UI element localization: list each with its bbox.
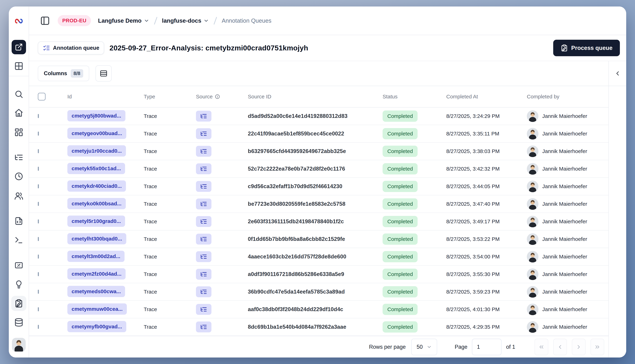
source-id: 22c41f09acae5b1ef859bcec45ce0022 (248, 130, 383, 137)
row-checkbox[interactable] (38, 325, 39, 329)
completed-at: 8/27/2025, 3:59:23 PM (446, 289, 527, 295)
breadcrumb-current: Annotation Queues (222, 18, 271, 24)
completed-by-avatar (527, 163, 538, 174)
header-source-id[interactable]: Source ID (248, 94, 383, 100)
row-checkbox[interactable] (38, 220, 39, 224)
sidebar-item-tables[interactable] (14, 62, 23, 70)
trace-tree-icon (200, 288, 207, 295)
sidebar-item-annotation-queues[interactable] (11, 296, 26, 311)
row-checkbox[interactable] (38, 307, 39, 311)
previous-page-button[interactable] (553, 339, 567, 355)
table-row[interactable]: cmetymmuw00cea... Trace aaf0c38db0f3f204… (29, 301, 608, 318)
dashboard-icon (14, 128, 23, 137)
sidebar-item-sessions[interactable] (14, 172, 23, 181)
item-id-link[interactable]: cmetymmuw00cea... (67, 304, 127, 315)
row-checkbox[interactable] (38, 237, 39, 241)
search-icon (14, 90, 23, 99)
status-badge: Completed (383, 321, 417, 332)
collapse-panel-button[interactable] (614, 70, 621, 77)
table-row[interactable]: cmetygeov00buad... Trace 22c41f09acae5b1… (29, 125, 608, 143)
item-id-link[interactable]: cmetymeds00cwa... (67, 286, 125, 297)
item-type: Trace (144, 113, 196, 119)
header-type[interactable]: Type (144, 94, 196, 100)
row-checkbox[interactable] (38, 272, 39, 276)
header-source[interactable]: Source (196, 94, 248, 100)
completed-at: 8/27/2025, 3:42:32 PM (446, 166, 527, 172)
row-checkbox[interactable] (38, 184, 39, 188)
status-badge: Completed (383, 163, 417, 174)
header-status[interactable]: Status (383, 94, 446, 100)
table-grid-icon (14, 62, 23, 70)
langfuse-logo-icon (14, 18, 24, 24)
first-page-button[interactable] (535, 339, 548, 355)
sidebar-item-playground[interactable] (14, 236, 23, 245)
select-all-checkbox[interactable] (38, 93, 46, 100)
completed-at: 8/27/2025, 3:44:05 PM (446, 184, 527, 190)
completed-by-name: Jannik Maierhoefer (542, 131, 587, 137)
sidebar-item-evaluators[interactable] (14, 261, 23, 270)
table-row[interactable]: cmetym2fz00d4ad... Trace a0df3f901167218… (29, 266, 608, 283)
table-row[interactable]: cmetylht300bqad0... Trace 0f1dd65b7bb9bf… (29, 230, 608, 248)
table-row[interactable]: cmetyl5r100grad0... Trace 2e603f31361115… (29, 213, 608, 230)
item-id-link[interactable]: cmetygeov00buad... (67, 128, 126, 139)
row-height-button[interactable] (96, 65, 112, 82)
org-name: Langfuse Demo (98, 18, 142, 24)
sidebar-item-tracing[interactable] (14, 153, 23, 162)
item-id-link[interactable]: cmetyju1r00ccad0... (67, 145, 126, 156)
columns-button[interactable]: Columns 8/8 (38, 66, 89, 81)
rows-per-page-select[interactable]: 50 (411, 339, 437, 355)
sidebar-item-dashboards[interactable] (14, 128, 23, 137)
table-row[interactable]: cmetymeds00cwa... Trace 36b90cdfc47e5da1… (29, 283, 608, 301)
trace-tree-icon (200, 218, 207, 225)
titlebar: Annotation queue 2025-09-27_Error-Analys… (29, 35, 626, 61)
table-header-row: Id Type Source Source ID Status Complete… (29, 86, 608, 108)
completed-by: Jannik Maierhoefer (527, 233, 608, 245)
item-id-link[interactable]: cmetyl5r100grad0... (67, 216, 125, 227)
table-row[interactable]: cmetyk55x00c1ad... Trace 52c72c2222ea78e… (29, 160, 608, 178)
completed-by-name: Jannik Maierhoefer (542, 148, 587, 154)
breadcrumb-project[interactable]: langfuse-docs (162, 18, 209, 24)
row-checkbox[interactable] (38, 290, 39, 294)
completed-by-name: Jannik Maierhoefer (542, 184, 587, 190)
completed-by-name: Jannik Maierhoefer (542, 324, 587, 330)
user-avatar[interactable] (12, 338, 26, 352)
row-checkbox[interactable] (38, 167, 39, 171)
sidebar-item-open-external[interactable] (12, 40, 26, 54)
item-id-link[interactable]: cmetyk55x00c1ad... (67, 163, 125, 174)
table-row[interactable]: cmetyg5j800bwad... Trace d5ad9d52a00c6e1… (29, 108, 608, 125)
table-row[interactable]: cmetyju1r00ccad0... Trace b63297665cfd44… (29, 143, 608, 160)
panel-left-toggle[interactable] (40, 16, 50, 26)
table-row[interactable]: cmetymyfb00gvad... Trace 8dc69b1ba1e540b… (29, 318, 608, 336)
table-row[interactable]: cmetykdr400ciad0... Trace c9d56ca32efaff… (29, 178, 608, 195)
page-input[interactable] (472, 339, 502, 355)
row-checkbox[interactable] (38, 132, 39, 136)
item-id-link[interactable]: cmetymyfb00gvad... (67, 321, 126, 332)
item-id-link[interactable]: cmetylht300bqad0... (67, 233, 126, 244)
table-row[interactable]: cmetylt3m00d2ad... Trace 4aaece1603cb2e1… (29, 248, 608, 266)
row-checkbox[interactable] (38, 202, 39, 206)
sidebar-item-datasets[interactable] (14, 318, 23, 327)
next-page-button[interactable] (572, 339, 586, 355)
list-checks-icon (43, 44, 50, 52)
header-completed-by[interactable]: Completed by (527, 94, 608, 100)
sidebar-item-insights[interactable] (14, 280, 23, 289)
item-id-link[interactable]: cmetykdr400ciad0... (67, 180, 126, 192)
row-checkbox[interactable] (38, 114, 39, 118)
sidebar-item-prompts[interactable] (14, 216, 23, 226)
table-row[interactable]: cmetyko0k00bsad... Trace be7723e30d80205… (29, 195, 608, 213)
last-page-button[interactable] (590, 339, 604, 355)
breadcrumb-org[interactable]: Langfuse Demo (98, 18, 149, 24)
row-checkbox[interactable] (38, 149, 39, 153)
sidebar-item-home[interactable] (14, 108, 23, 117)
header-id[interactable]: Id (67, 94, 144, 100)
source-id: 0f1dd65b7bb9bf6ba8a6cbb82c1529fe (248, 236, 383, 242)
item-id-link[interactable]: cmetyg5j800bwad... (67, 110, 125, 122)
sidebar-item-search[interactable] (14, 90, 23, 99)
item-id-link[interactable]: cmetym2fz00d4ad... (67, 268, 126, 280)
item-id-link[interactable]: cmetyko0k00bsad... (67, 198, 126, 209)
process-queue-button[interactable]: Process queue (553, 40, 620, 56)
row-checkbox[interactable] (38, 254, 39, 258)
header-completed-at[interactable]: Completed At (446, 94, 527, 100)
item-id-link[interactable]: cmetylt3m00d2ad... (67, 251, 125, 262)
sidebar-item-users[interactable] (14, 191, 23, 200)
